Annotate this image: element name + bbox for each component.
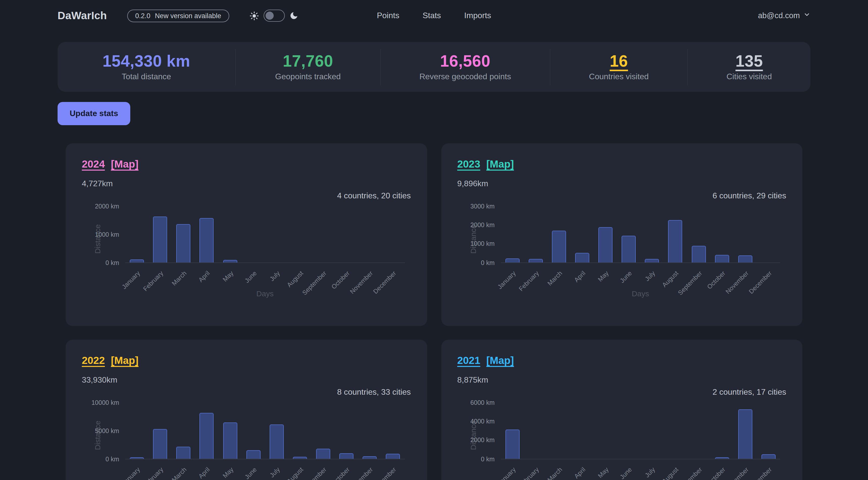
bar-february <box>528 259 542 262</box>
distance-bar-chart-2022: Distance0 km5000 km10000 kmJanuaryFebrua… <box>82 397 411 480</box>
x-axis-tick: June <box>619 270 633 284</box>
distance-bar-chart-2023: Distance0 km1000 km2000 km3000 kmJanuary… <box>457 201 786 305</box>
y-axis-title: Distance <box>93 224 102 254</box>
theme-toggle[interactable] <box>264 9 285 22</box>
x-axis-tick: October <box>706 270 726 290</box>
year-card-2021: 2021 [Map] 8,875km 2 countries, 17 citie… <box>441 340 802 480</box>
year-distance: 8,875km <box>457 375 786 384</box>
bar-october <box>339 453 353 459</box>
map-link-2021[interactable]: [Map] <box>486 355 514 366</box>
y-axis-tick: 5000 km <box>88 428 119 434</box>
year-summary: 6 countries, 29 cities <box>457 191 786 200</box>
bar-september <box>316 449 330 458</box>
x-axis-tick: April <box>198 270 211 283</box>
x-axis-tick: August <box>286 466 305 480</box>
x-axis-title: Days <box>501 289 780 297</box>
sun-icon <box>249 11 259 21</box>
map-link-2022[interactable]: [Map] <box>111 355 138 366</box>
bar-november <box>363 456 377 458</box>
map-link-2023[interactable]: [Map] <box>486 159 514 170</box>
y-axis-tick: 0 km <box>463 260 495 266</box>
y-axis-tick: 0 km <box>88 456 119 462</box>
year-link-2022[interactable]: 2022 <box>82 355 105 366</box>
chevron-down-icon <box>803 11 810 20</box>
bar-october <box>715 255 729 262</box>
y-axis-tick: 0 km <box>463 456 495 462</box>
y-axis-tick: 4000 km <box>463 418 495 425</box>
x-axis-tick: November <box>349 466 374 480</box>
x-axis-tick: August <box>286 270 305 288</box>
bar-july <box>645 259 659 262</box>
x-axis-tick: September <box>677 466 703 480</box>
nav-link-stats[interactable]: Stats <box>423 11 441 20</box>
year-link-2023[interactable]: 2023 <box>457 159 480 170</box>
year-summary: 2 countries, 17 cities <box>457 387 786 396</box>
bar-january <box>130 457 144 458</box>
x-axis-tick: May <box>597 466 610 479</box>
year-card-2023: 2023 [Map] 9,896km 6 countries, 29 citie… <box>441 143 802 326</box>
bar-july <box>270 425 284 459</box>
geopoints-value: 17,760 <box>283 53 333 69</box>
bar-april <box>575 253 589 262</box>
x-axis-tick: July <box>269 466 281 479</box>
bar-december <box>386 454 400 458</box>
year-link-2024[interactable]: 2024 <box>82 159 105 170</box>
x-axis-tick: July <box>644 466 656 479</box>
bar-january <box>130 259 144 262</box>
stat-total-distance: 154,330 km Total distance <box>58 49 235 85</box>
geopoints-label: Geopoints tracked <box>275 72 341 81</box>
stat-cities: 135 Cities visited <box>687 49 810 85</box>
x-axis-tick: April <box>198 466 211 480</box>
x-axis-tick: August <box>661 270 680 288</box>
plot-area: JanuaryFebruaryMarchAprilMayJuneJulyAugu… <box>125 206 405 263</box>
countries-visited-label: Countries visited <box>589 72 649 81</box>
update-stats-button[interactable]: Update stats <box>58 102 130 125</box>
app-logo: DaWarIch <box>58 9 107 22</box>
x-axis-tick: June <box>244 466 258 480</box>
x-axis-tick: May <box>597 270 610 283</box>
distance-bar-chart-2024: Distance0 km1000 km2000 kmJanuaryFebruar… <box>82 201 411 305</box>
reverse-geocoded-label: Reverse geocoded points <box>420 72 511 81</box>
x-axis-tick: February <box>518 466 540 480</box>
bar-march <box>177 224 191 262</box>
x-axis-tick: March <box>171 270 188 287</box>
x-axis-title: Days <box>125 289 405 297</box>
y-axis-tick: 2000 km <box>463 437 495 443</box>
version-badge[interactable]: 0.2.0 New version available <box>127 9 229 22</box>
bar-may <box>223 422 237 458</box>
nav-link-points[interactable]: Points <box>377 11 399 20</box>
bar-january <box>505 430 519 458</box>
map-link-2024[interactable]: [Map] <box>111 159 138 170</box>
nav-links: Points Stats Imports <box>377 11 491 20</box>
y-axis-tick: 1000 km <box>88 231 119 238</box>
bar-october <box>715 457 729 458</box>
version-number: 0.2.0 <box>135 12 150 20</box>
year-link-2021[interactable]: 2021 <box>457 355 480 366</box>
user-menu[interactable]: ab@cd.com <box>758 11 810 20</box>
bar-january <box>505 258 519 262</box>
bar-november <box>738 409 752 458</box>
cities-visited-link[interactable]: 135 <box>736 53 763 69</box>
version-badge-label: New version available <box>155 12 221 20</box>
y-axis-tick: 3000 km <box>463 203 495 210</box>
total-distance-value: 154,330 km <box>102 53 190 69</box>
y-axis-tick: 6000 km <box>463 399 495 406</box>
total-distance-label: Total distance <box>122 72 171 81</box>
plot-area: JanuaryFebruaryMarchAprilMayJuneJulyAugu… <box>125 403 405 459</box>
x-axis-tick: July <box>644 270 656 282</box>
bar-april <box>200 413 214 458</box>
bar-april <box>200 218 214 262</box>
x-axis-tick: January <box>496 466 517 480</box>
x-axis-tick: January <box>121 270 142 290</box>
moon-icon <box>289 11 299 20</box>
reverse-geocoded-value: 16,560 <box>440 53 490 69</box>
bar-august <box>293 457 307 458</box>
year-summary: 4 countries, 20 cities <box>82 191 411 200</box>
countries-visited-link[interactable]: 16 <box>610 53 628 69</box>
year-summary: 8 countries, 33 cities <box>82 387 411 396</box>
nav-link-imports[interactable]: Imports <box>464 11 491 20</box>
x-axis-tick: March <box>547 466 563 480</box>
x-axis-tick: December <box>748 466 773 480</box>
x-axis-tick: September <box>302 466 328 480</box>
cities-visited-label: Cities visited <box>726 72 772 81</box>
